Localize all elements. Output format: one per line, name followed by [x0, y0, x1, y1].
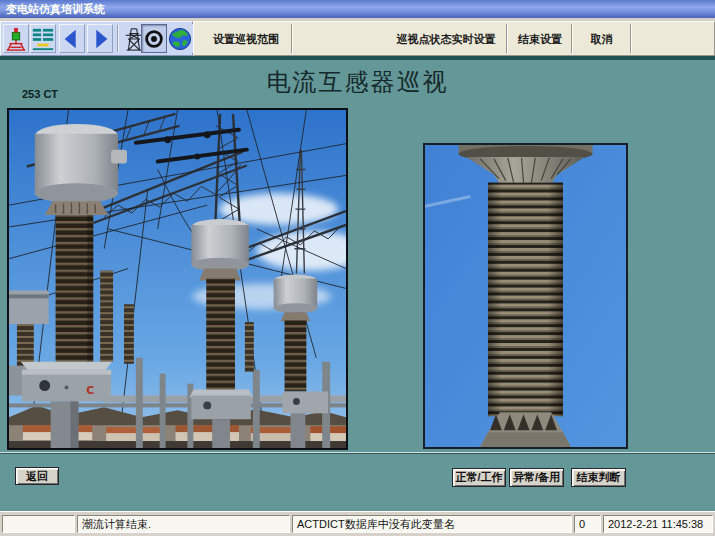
device-label: 253 CT — [22, 88, 58, 100]
finish-judgment-button[interactable]: 结束判断 — [571, 468, 626, 487]
statusbar: 潮流计算结束. ACTDICT数据库中没有此变量名 0 2012-2-21 11… — [0, 511, 715, 536]
device-list-icon-glyph — [31, 26, 55, 52]
app-window: 变电站仿真培训系统 — [0, 0, 715, 536]
toolbar-separator — [291, 24, 293, 53]
globe-icon-glyph — [168, 26, 192, 52]
statusbar-timestamp: 2012-2-21 11:45:38 — [603, 515, 713, 533]
end-setting-button[interactable]: 结束设置 — [509, 27, 571, 51]
cancel-button[interactable]: 取消 — [574, 27, 629, 51]
globe-icon[interactable] — [167, 24, 193, 53]
statusbar-message-1: 潮流计算结束. — [77, 515, 290, 533]
prev-arrow-glyph — [60, 26, 84, 52]
statusbar-empty-panel — [2, 515, 75, 533]
bushing-column — [488, 183, 563, 417]
svg-text:C: C — [86, 384, 94, 397]
record-icon[interactable] — [141, 24, 167, 53]
toolbar-text-panel: 设置巡视范围 巡视点状态实时设置 结束设置 取消 — [193, 21, 715, 56]
substation-icon-glyph — [4, 26, 28, 52]
toolbar: 设置巡视范围 巡视点状态实时设置 结束设置 取消 — [0, 18, 715, 56]
device-list-icon[interactable] — [30, 24, 56, 53]
next-arrow-glyph — [88, 26, 112, 52]
bushing-photo-graphic — [425, 145, 626, 447]
toolbar-separator — [117, 25, 119, 52]
page-title: 电流互感器巡视 — [0, 66, 715, 98]
prev-arrow-icon[interactable] — [59, 24, 85, 53]
record-icon-glyph — [142, 26, 166, 52]
window-titlebar: 变电站仿真培训系统 — [0, 0, 715, 18]
divider-groove — [0, 452, 715, 454]
statusbar-message-2: ACTDICT数据库中没有此变量名 — [292, 515, 572, 533]
back-button[interactable]: 返回 — [15, 467, 59, 485]
next-arrow-icon[interactable] — [87, 24, 113, 53]
toolbar-separator — [630, 24, 632, 53]
abnormal-standby-button[interactable]: 异常/备用 — [509, 468, 564, 487]
ct-bushing-closeup-photo[interactable] — [423, 143, 628, 449]
toolbar-separator — [506, 24, 508, 53]
normal-working-button[interactable]: 正常/工作 — [452, 468, 506, 487]
toolbar-icon-panel — [0, 21, 193, 56]
main-content: 电流互感器巡视 253 CT — [0, 60, 715, 511]
substation-overview-photo[interactable]: C — [7, 108, 348, 450]
substation-icon[interactable] — [3, 24, 29, 53]
patrol-point-status-button[interactable]: 巡视点状态实时设置 — [386, 27, 506, 51]
substation-photo-graphic: C — [9, 110, 346, 448]
statusbar-counter: 0 — [574, 515, 601, 533]
set-patrol-range-button[interactable]: 设置巡视范围 — [200, 27, 292, 51]
toolbar-separator — [571, 24, 573, 53]
window-title: 变电站仿真培训系统 — [6, 3, 105, 15]
